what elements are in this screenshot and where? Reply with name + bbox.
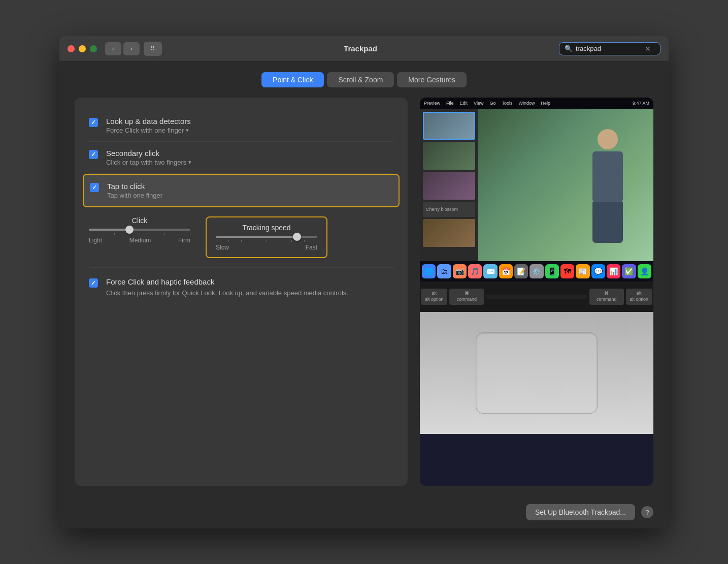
search-clear-icon[interactable]: ✕: [645, 45, 651, 53]
grid-icon: ⠿: [150, 45, 155, 52]
tracking-slider-ticks: [216, 240, 317, 242]
dock-icon-messages: 💬: [591, 264, 605, 278]
search-input[interactable]: [576, 45, 642, 52]
preferences-window: ‹ › ⠿ Trackpad 🔍 ✕ Point & Click Scroll …: [59, 36, 669, 528]
traffic-lights: [68, 45, 97, 52]
trackpad-area: [420, 312, 653, 434]
force-click-row[interactable]: ✓ Force Click and haptic feedback Click …: [89, 268, 393, 307]
click-slider-container: Light Medium Firm: [89, 229, 190, 244]
tick-mark: [267, 240, 267, 242]
tab-more-gestures[interactable]: More Gestures: [397, 72, 467, 87]
trackpad-surface: [476, 332, 598, 414]
tab-point-click[interactable]: Point & Click: [261, 72, 324, 87]
tick-mark: [291, 240, 292, 242]
dock: 🌐 🗂 📷 🎵 ✉️ 📅 📝 ⚙️ 📱 🗺 📰 💬 📊 ✅: [420, 261, 653, 281]
tap-to-click-checkbox[interactable]: ✓: [90, 183, 99, 192]
bottom-bar: Set Up Bluetooth Trackpad... ?: [59, 496, 669, 528]
dock-icon-safari: 🌐: [422, 264, 436, 278]
search-box[interactable]: 🔍 ✕: [559, 42, 660, 55]
dock-icon-calendar: 📅: [499, 264, 513, 278]
command-key-left: ⌘ command: [449, 289, 484, 304]
dock-icon-maps: 🗺: [560, 264, 574, 278]
tracking-slider-container: Slow Fast: [216, 236, 317, 251]
option-label: alt option: [425, 297, 444, 303]
checkmark-icon: ✓: [91, 279, 96, 287]
tracking-slider-thumb[interactable]: [293, 233, 301, 241]
sliders-row: Click: [89, 207, 393, 268]
mac-menubar: Preview File Edit View Go Tools Window H…: [420, 98, 653, 109]
menu-go: Go: [489, 101, 495, 106]
tick-mark: [228, 240, 229, 242]
dock-icon-stocks: 📊: [607, 264, 620, 278]
force-click-text: Force Click and haptic feedback Click th…: [106, 277, 348, 298]
grid-button[interactable]: ⠿: [144, 42, 162, 56]
secondary-click-row[interactable]: ✓ Secondary click Click or tap with two …: [89, 142, 393, 174]
setup-bluetooth-button[interactable]: Set Up Bluetooth Trackpad...: [526, 504, 635, 520]
forward-button[interactable]: ›: [123, 42, 140, 55]
titlebar: ‹ › ⠿ Trackpad 🔍 ✕: [59, 36, 669, 62]
thumb-2: [423, 142, 475, 170]
checkmark-icon: ✓: [91, 119, 96, 126]
app-content: Cherry blossom: [420, 109, 653, 261]
menu-view: View: [474, 101, 483, 106]
help-button[interactable]: ?: [641, 506, 653, 518]
close-button[interactable]: [68, 45, 75, 52]
click-slider-label: Click: [89, 216, 190, 225]
secondary-click-checkbox[interactable]: ✓: [89, 150, 98, 159]
tick-mark: [89, 233, 89, 235]
key-group-left: alt alt option ⌘ command: [421, 289, 484, 304]
thumb-3: [423, 172, 475, 200]
tick-mark: [279, 240, 279, 242]
menu-file: File: [446, 101, 454, 106]
preview-panel: Preview File Edit View Go Tools Window H…: [420, 98, 653, 486]
tracking-slider-labels: Slow Fast: [216, 244, 317, 251]
look-up-checkbox[interactable]: ✓: [89, 118, 98, 127]
tick-mark: [140, 233, 140, 235]
menu-preview: Preview: [424, 101, 440, 106]
click-slider-track[interactable]: [89, 229, 190, 231]
back-button[interactable]: ‹: [105, 42, 121, 55]
look-up-row[interactable]: ✓ Look up & data detectors Force Click w…: [89, 110, 393, 142]
secondary-click-subtitle[interactable]: Click or tap with two fingers ▾: [106, 159, 191, 166]
thumb-1: [423, 112, 475, 140]
tracking-slider-track[interactable]: [216, 236, 317, 238]
dock-icon-settings: ⚙️: [530, 264, 543, 278]
click-slider-ticks: [89, 233, 190, 235]
dock-icon-news: 📰: [576, 264, 589, 278]
spacebar: [486, 295, 587, 299]
dock-icon-mail: ✉️: [483, 264, 497, 278]
dock-icon-photos: 📷: [453, 264, 467, 278]
content-area: Point & Click Scroll & Zoom More Gesture…: [59, 62, 669, 496]
option-label-right: alt option: [630, 297, 649, 303]
alt-key-right: alt alt option: [626, 289, 653, 304]
dock-icon-music: 🎵: [468, 264, 482, 278]
tick-mark: [304, 240, 305, 242]
menu-window: Window: [518, 101, 535, 106]
tabs-bar: Point & Click Scroll & Zoom More Gesture…: [75, 72, 653, 87]
tracking-slider-label: Tracking speed: [216, 224, 317, 232]
look-up-subtitle[interactable]: Force Click with one finger ▾: [106, 127, 191, 134]
tick-mark: [114, 233, 115, 235]
click-slider-labels: Light Medium Firm: [89, 237, 190, 244]
dock-icon-notes: 📝: [514, 264, 528, 278]
main-area: ✓ Look up & data detectors Force Click w…: [75, 98, 653, 486]
menu-time: 9:47 AM: [633, 101, 649, 106]
click-slider-fill: [89, 229, 129, 231]
look-up-title: Look up & data detectors: [106, 117, 191, 126]
minimize-button[interactable]: [79, 45, 86, 52]
tap-to-click-row[interactable]: ✓ Tap to click Tap with one finger: [83, 174, 400, 207]
tick-mark: [254, 240, 254, 242]
sidebar: Cherry blossom: [420, 109, 478, 261]
tap-to-click-text: Tap to click Tap with one finger: [107, 182, 162, 199]
chevron-down-icon: ▾: [186, 127, 189, 134]
search-icon: 🔍: [565, 45, 573, 52]
maximize-button[interactable]: [90, 45, 97, 52]
force-click-checkbox[interactable]: ✓: [89, 278, 98, 288]
click-slider-thumb[interactable]: [125, 226, 134, 234]
click-slider-firm: Firm: [178, 237, 190, 244]
tracking-slider-fill: [216, 236, 297, 238]
tab-scroll-zoom[interactable]: Scroll & Zoom: [327, 72, 394, 87]
click-slider-light: Light: [89, 237, 102, 244]
alt-key-left: alt alt option: [421, 289, 448, 304]
click-slider-medium: Medium: [129, 237, 151, 244]
